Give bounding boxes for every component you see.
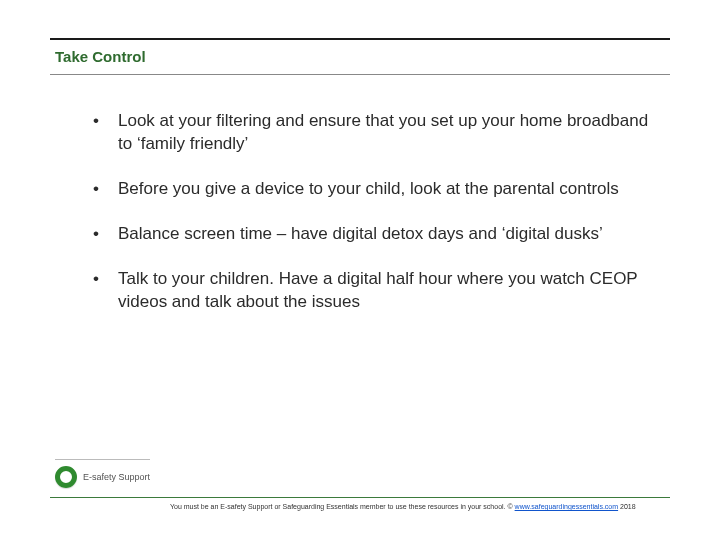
title-underline [50, 74, 670, 75]
slide-title: Take Control [55, 48, 146, 65]
logo-top-rule [55, 459, 150, 460]
footer-link[interactable]: www.safeguardingessentials.com [515, 503, 619, 510]
top-rule [50, 38, 670, 40]
bullet-item: Talk to your children. Have a digital ha… [88, 268, 660, 314]
footer-note: You must be an E-safety Support or Safeg… [170, 503, 700, 510]
bullet-item: Look at your filtering and ensure that y… [88, 110, 660, 156]
esafety-logo: E-safety Support [55, 466, 150, 488]
bullet-item: Before you give a device to your child, … [88, 178, 660, 201]
logo-text: E-safety Support [83, 472, 150, 482]
footer-suffix: 2018 [618, 503, 636, 510]
bullet-list: Look at your filtering and ensure that y… [88, 110, 660, 336]
bullet-item: Balance screen time – have digital detox… [88, 223, 660, 246]
logo-ring-icon [55, 466, 77, 488]
footer-prefix: You must be an E-safety Support or Safeg… [170, 503, 515, 510]
footer-rule [50, 497, 670, 498]
